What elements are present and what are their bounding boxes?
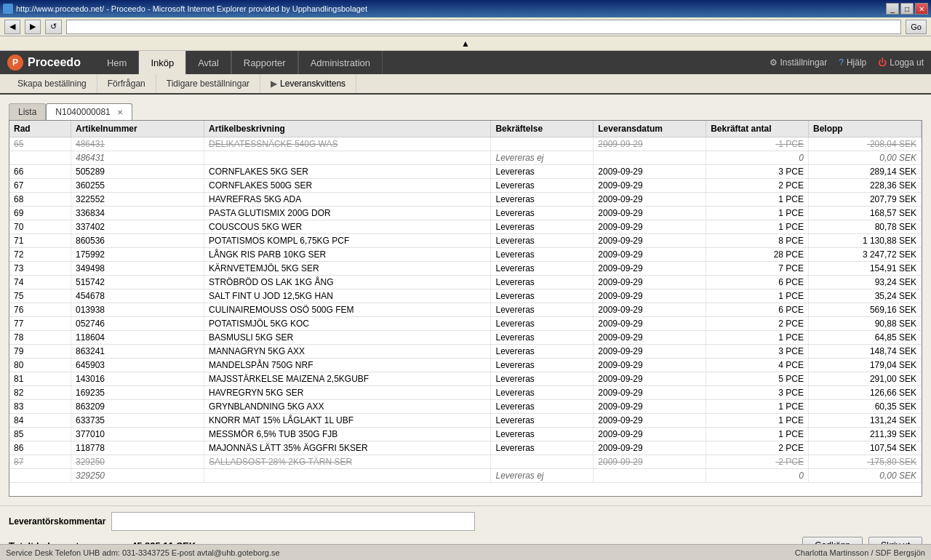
top-nav: P Proceedo Hem Inköp Avtal Rapporter Adm… [0,51,931,74]
status-left: Service Desk Telefon UHB adm: 031-334372… [6,548,280,557]
minimize-button[interactable]: _ [886,3,899,15]
table-row: 75454678SALT FINT U JOD 12,5KG HANLevere… [9,289,922,303]
top-nav-right: ⚙ Inställningar ? Hjälp ⏻ Logga ut [770,51,924,74]
sub-nav: Skapa beställning Förfrågan Tidigare bes… [0,74,931,95]
table-row: 67360255CORNFLAKES 500G SERLevereras2009… [9,179,922,193]
tab-close-button[interactable]: ✕ [117,108,123,116]
subnav-forfragen[interactable]: Förfrågan [97,74,156,93]
nav-item-rapporter[interactable]: Rapporter [232,51,298,74]
maximize-button[interactable]: □ [900,3,914,15]
tabs-row: Lista N1040000081 ✕ [9,103,922,120]
logo: P Proceedo [7,51,81,74]
subnav-skapa[interactable]: Skapa beställning [7,74,97,93]
table-row: 80645903MANDELSPÅN 750G NRFLevereras2009… [9,359,922,372]
nav-item-administration[interactable]: Administration [299,51,383,74]
go-button[interactable]: Go [906,20,927,34]
table-row: 66505289CORNFLAKES 5KG SERLevereras2009-… [9,165,922,179]
table-row: 74515742STRÖBRÖD OS LAK 1KG ÅNGLevereras… [9,276,922,289]
col-header-belopp: Belopp [809,121,922,137]
table-row: 71860536POTATISMOS KOMPL 6,75KG PCFLever… [9,234,922,248]
back-button[interactable]: ◀ [4,20,20,34]
table-row: 87329250SALLADSOST 28% 2KG TÄRN SER2009-… [9,455,922,469]
table-subrow: 329250Levereras ej00,00 SEK [9,469,922,483]
tab-n1040000081[interactable]: N1040000081 ✕ [46,103,132,120]
nav-items: Hem Inköp Avtal Rapporter Administration [95,51,770,74]
col-header-bekraftat-antal: Bekräftat antal [706,121,809,137]
table-subrow: 486431Levereras ej00,00 SEK [9,151,922,165]
table-row: 72175992LÅNGK RIS PARB 10KG SERLevereras… [9,248,922,262]
logout-button[interactable]: ⏻ Logga ut [878,57,924,68]
table-row: 81143016MAJSSTÄRKELSE MAIZENA 2,5KGUBFLe… [9,372,922,386]
forward-button[interactable]: ▶ [25,20,41,34]
nav-item-hem[interactable]: Hem [95,51,139,74]
leverantor-input[interactable] [111,512,475,531]
leverantor-label: Leverantörskommentar [9,516,105,527]
gear-icon: ⚙ [770,57,778,68]
table-row: 84633735KNORR MAT 15% LÅGLAKT 1L UBFLeve… [9,414,922,428]
table-row: 83863209GRYNBLANDNING 5KG AXXLevereras20… [9,400,922,414]
refresh-button[interactable]: ↺ [45,20,62,34]
col-header-artikelnummer: Artikelnummer [71,121,204,137]
window-title: http://www.proceedo.net/ - Proceedo - Mi… [16,4,367,13]
ie-icon [3,4,13,14]
col-header-rad: Rad [9,121,71,137]
subnav-leverans[interactable]: ▶ Leveranskvittens [260,74,356,93]
title-bar: http://www.proceedo.net/ - Proceedo - Mi… [0,0,931,17]
table-container: Rad Artikelnummer Artikelbeskrivning Bek… [9,120,922,497]
arrow-right-icon: ▶ [271,79,277,89]
table-row: 68322552HAVREFRAS 5KG ADALevereras2009-0… [9,193,922,207]
table-row: 79863241MANNAGRYN 5KG AXXLevereras2009-0… [9,345,922,359]
scroll-up-indicator: ▲ [0,36,931,51]
nav-item-avtal[interactable]: Avtal [186,51,231,74]
table-row: 82169235HAVREGRYN 5KG SERLevereras2009-0… [9,386,922,400]
col-header-bekraftelse: Bekräftelse [491,121,594,137]
logout-icon: ⏻ [878,57,887,68]
close-button[interactable]: ✕ [915,3,928,15]
table-row: 69336834PASTA GLUTISMIX 200G DORLeverera… [9,207,922,220]
main-container: P Proceedo Hem Inköp Avtal Rapporter Adm… [0,51,931,560]
table-row: 85377010MESSMÖR 6,5% TUB 350G FJBLeverer… [9,428,922,441]
logo-icon: P [7,55,23,71]
subnav-tidigare[interactable]: Tidigare beställningar [156,74,260,93]
table-row: 78118604BASMUSLI 5KG SERLevereras2009-09… [9,331,922,345]
col-header-artikelbeskrivning: Artikelbeskrivning [204,121,491,137]
help-icon: ? [839,57,844,68]
content-area: Lista N1040000081 ✕ Rad Artikelnummer Ar… [0,95,931,505]
nav-item-inkop[interactable]: Inköp [139,51,186,74]
table-row: 86118778MAJONNÄS LÄTT 35% ÄGGFRI 5KSERLe… [9,441,922,455]
table-row: 73349498KÄRNVETEMJÖL 5KG SERLevereras200… [9,262,922,276]
help-button[interactable]: ? Hjälp [839,57,866,68]
status-right: Charlotta Martinsson / SDF Bergsjön [795,548,925,557]
col-header-leveransdatum: Leveransdatum [594,121,706,137]
leverantor-row: Leverantörskommentar [9,512,922,531]
table-row: 70337402COUSCOUS 5KG WERLevereras2009-09… [9,220,922,234]
orders-table: Rad Artikelnummer Artikelbeskrivning Bek… [9,121,922,483]
address-input[interactable]: http://www.proceedo.net/ [66,20,901,34]
table-row: 77052746POTATISMJÖL 5KG KOCLevereras2009… [9,317,922,331]
tab-lista[interactable]: Lista [9,103,46,120]
address-bar: ◀ ▶ ↺ http://www.proceedo.net/ Go [0,17,931,36]
settings-button[interactable]: ⚙ Inställningar [770,57,828,68]
table-row: 76013938CULINAIREMOUSS OSÖ 500G FEMLever… [9,303,922,317]
logo-text: Proceedo [28,56,81,69]
status-bar: Service Desk Telefon UHB adm: 031-334372… [0,544,931,560]
table-row: 65486431DELIKATESSNÄCKE 540G WAS2009-09-… [9,137,922,151]
table-wrapper[interactable]: Rad Artikelnummer Artikelbeskrivning Bek… [9,121,922,496]
